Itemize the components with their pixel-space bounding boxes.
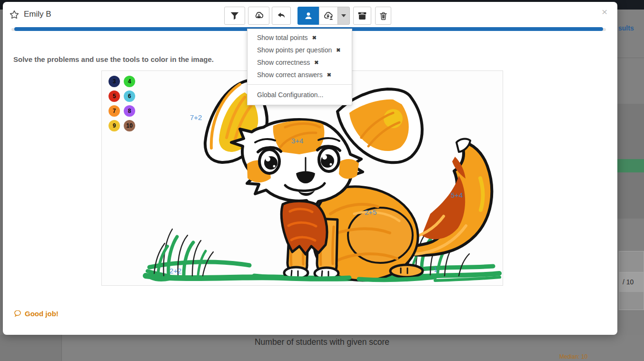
feedback-text: Good job! [25,310,59,318]
score-value: / 10 [623,278,634,286]
remove-icon[interactable]: ✖ [312,35,317,41]
background-divider [617,58,644,58]
dropdown-item-label: Show points per question [257,46,332,54]
dropdown-item-label: Show total points [257,34,308,41]
dropdown-caret-icon [341,14,346,17]
download-student-button[interactable] [319,7,338,25]
student-icon [303,10,314,21]
feedback-note: Good job! [13,309,59,318]
student-view-button[interactable] [297,7,319,25]
filter-button[interactable] [224,7,245,25]
dropdown-item[interactable]: Show points per question✖ [248,44,352,56]
archive-button[interactable] [353,7,371,25]
dropdown-item-label: Show correctness [257,59,310,66]
close-icon[interactable]: × [602,7,607,17]
background-green-bar [617,159,644,172]
score-box: / 10 [619,251,644,310]
menu-item-global-configuration[interactable]: Global Configuration... [248,88,352,102]
remove-icon[interactable]: ✖ [327,72,331,78]
remove-icon[interactable]: ✖ [336,47,340,53]
undo-button[interactable] [272,7,291,25]
math-problem: 3+4 [291,137,303,145]
dropdown-item[interactable]: Show total points✖ [248,31,352,44]
archive-icon [357,10,367,21]
math-problem: 2+5 [365,208,376,216]
median-label: Median: 10 [559,353,587,360]
background-bottom-area: Number of students with given score Medi… [0,335,644,361]
student-work-modal: Emily B × [3,2,617,335]
math-problem: 5+4 [451,191,463,199]
menu-divider [248,84,352,85]
cloud-download-student-icon [322,10,335,21]
trash-icon [378,11,388,21]
dropdown-item[interactable]: Show correctness✖ [248,56,352,69]
remove-icon[interactable]: ✖ [314,60,318,66]
math-problem: 7+2 [190,113,202,121]
undo-icon [276,10,287,21]
math-problem: 2+2 [169,267,181,275]
dropdown-item[interactable]: Show correct answers✖ [248,69,352,81]
dropdown-item-label: Show correct answers [257,71,323,79]
score-row: / 10 [619,272,644,292]
cloud-download-icon [253,10,265,21]
student-name: Emily B [24,10,51,19]
delete-button[interactable] [375,7,391,25]
download-button[interactable] [248,7,269,25]
speech-bubble-icon [13,309,22,318]
toolbar [224,7,391,25]
filter-icon [229,10,240,21]
results-link[interactable]: sults [618,24,634,32]
math-problem: 1 [434,265,437,273]
worksheet-instruction: Solve the problems and use the tools to … [13,55,214,63]
download-options-caret-button[interactable] [337,7,350,25]
download-options-menu: Show total points✖Show points per questi… [247,29,352,105]
favorite-star-icon[interactable] [9,9,20,20]
chart-title: Number of students with given score [0,337,644,347]
